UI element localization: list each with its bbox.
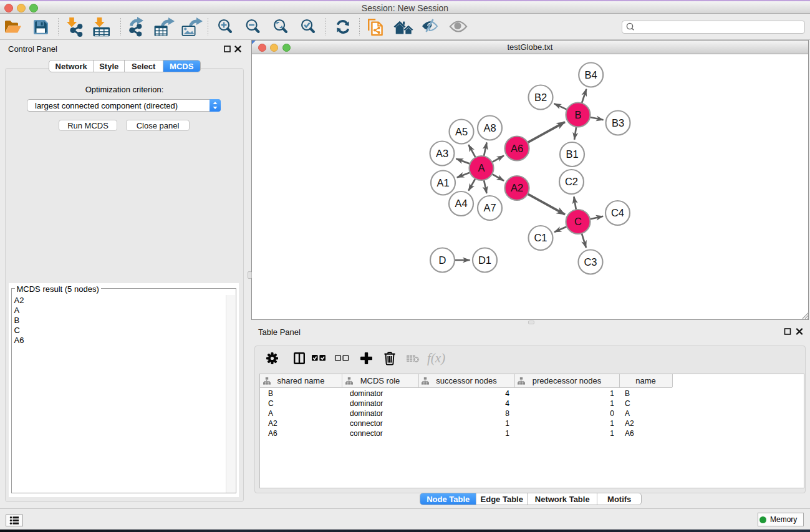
svg-text:B: B — [574, 109, 581, 120]
svg-text:B1: B1 — [566, 148, 578, 160]
svg-text:A1: A1 — [436, 177, 449, 188]
svg-text:B4: B4 — [585, 69, 597, 80]
svg-text:A7: A7 — [483, 202, 496, 213]
svg-text:C3: C3 — [584, 256, 597, 268]
svg-text:A: A — [478, 162, 485, 173]
svg-text:B3: B3 — [612, 117, 624, 128]
svg-text:A6: A6 — [511, 143, 523, 154]
svg-text:A5: A5 — [455, 126, 468, 137]
svg-text:C4: C4 — [611, 207, 624, 218]
svg-text:C1: C1 — [534, 232, 547, 243]
svg-text:B2: B2 — [534, 92, 547, 103]
svg-text:D: D — [439, 254, 446, 266]
svg-text:A4: A4 — [455, 198, 467, 209]
svg-text:A2: A2 — [511, 182, 523, 193]
svg-text:A3: A3 — [436, 148, 448, 159]
svg-text:f(x): f(x) — [427, 351, 445, 365]
svg-text:D1: D1 — [478, 254, 491, 266]
svg-text:C: C — [574, 216, 582, 227]
svg-text:A8: A8 — [483, 122, 496, 133]
svg-text:C2: C2 — [565, 176, 578, 187]
